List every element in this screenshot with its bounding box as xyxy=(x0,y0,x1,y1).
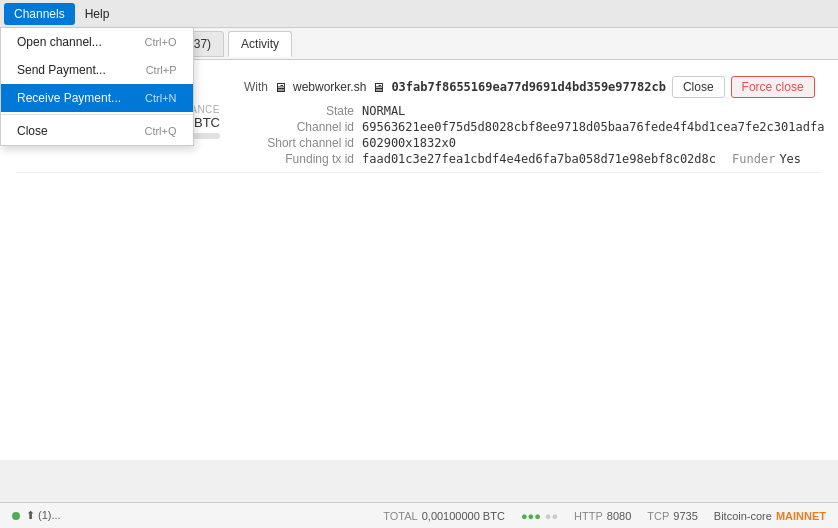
state-label: State xyxy=(244,104,354,118)
peer-icon2: 🖥 xyxy=(372,80,385,95)
status-bar: ⬆ (1)... TOTAL 0,00100000 BTC ●●● ●● HTT… xyxy=(0,502,838,528)
funding-tx-value: faad01c3e27fea1cbdf4e4ed6fa7ba058d71e98e… xyxy=(362,152,824,166)
menu-send-payment[interactable]: Send Payment... Ctrl+P xyxy=(1,56,193,84)
menu-help[interactable]: Help xyxy=(75,3,120,25)
total-value: 0,00100000 BTC xyxy=(422,510,505,522)
menu-bar: Channels Help xyxy=(0,0,838,28)
status-tcp: TCP 9735 xyxy=(647,510,697,522)
funder-label: Funder xyxy=(732,152,775,166)
peer-id: 03fab7f8655169ea77d9691d4bd359e97782cb xyxy=(391,80,666,94)
peer-icon: 🖥 xyxy=(274,80,287,95)
http-value: 8080 xyxy=(607,510,631,522)
peer-name: webworker.sh xyxy=(293,80,366,94)
status-network: Bitcoin-core MAINNET xyxy=(714,510,826,522)
tcp-label: TCP xyxy=(647,510,669,522)
status-bar-left: ⬆ (1)... xyxy=(12,509,367,522)
menu-close-label: Close xyxy=(17,124,48,138)
channel-with-row: With 🖥 webworker.sh 🖥 03fab7f8655169ea77… xyxy=(244,76,824,98)
channel-detail-rows: State NORMAL Channel id 69563621ee0f75d5… xyxy=(244,104,824,166)
close-channel-button[interactable]: Close xyxy=(672,76,725,98)
menu-open-channel-label: Open channel... xyxy=(17,35,102,49)
menu-send-payment-label: Send Payment... xyxy=(17,63,106,77)
status-http: HTTP 8080 xyxy=(574,510,631,522)
short-channel-id-label: Short channel id xyxy=(244,136,354,150)
menu-divider xyxy=(1,114,193,115)
network-value: MAINNET xyxy=(776,510,826,522)
short-channel-id-value: 602900x1832x0 xyxy=(362,136,824,150)
tab-activity[interactable]: Activity xyxy=(228,31,292,57)
channel-id-value: 69563621ee0f75d5d8028cbf8ee9718d05baa76f… xyxy=(362,120,824,134)
funding-tx-hash: faad01c3e27fea1cbdf4e4ed6fa7ba058d71e98e… xyxy=(362,152,716,166)
menu-receive-payment-shortcut: Ctrl+N xyxy=(145,92,176,104)
http-label: HTTP xyxy=(574,510,603,522)
funding-tx-label: Funding tx id xyxy=(244,152,354,166)
menu-receive-payment-label: Receive Payment... xyxy=(17,91,121,105)
menu-open-channel-shortcut: Ctrl+O xyxy=(144,36,176,48)
channels-dropdown: Open channel... Ctrl+O Send Payment... C… xyxy=(0,28,194,146)
funder-value: Yes xyxy=(779,152,801,166)
network-label: Bitcoin-core xyxy=(714,510,772,522)
status-total: TOTAL 0,00100000 BTC xyxy=(383,510,505,522)
state-value: NORMAL xyxy=(362,104,824,118)
menu-send-payment-shortcut: Ctrl+P xyxy=(146,64,177,76)
status-dot xyxy=(12,512,20,520)
menu-close[interactable]: Close Ctrl+Q xyxy=(1,117,193,145)
node-info: ⬆ (1)... xyxy=(26,509,61,522)
channel-id-label: Channel id xyxy=(244,120,354,134)
force-close-button[interactable]: Force close xyxy=(731,76,815,98)
funder-pair: Funder Yes xyxy=(732,152,801,166)
total-label: TOTAL xyxy=(383,510,417,522)
menu-receive-payment[interactable]: Receive Payment... Ctrl+N xyxy=(1,84,193,112)
with-label: With xyxy=(244,80,268,94)
channel-info: With 🖥 webworker.sh 🖥 03fab7f8655169ea77… xyxy=(244,76,824,166)
menu-close-shortcut: Ctrl+Q xyxy=(144,125,176,137)
menu-channels[interactable]: Channels xyxy=(4,3,75,25)
status-dots: ●●● ●● xyxy=(521,510,558,522)
tcp-value: 9735 xyxy=(673,510,697,522)
menu-open-channel[interactable]: Open channel... Ctrl+O xyxy=(1,28,193,56)
